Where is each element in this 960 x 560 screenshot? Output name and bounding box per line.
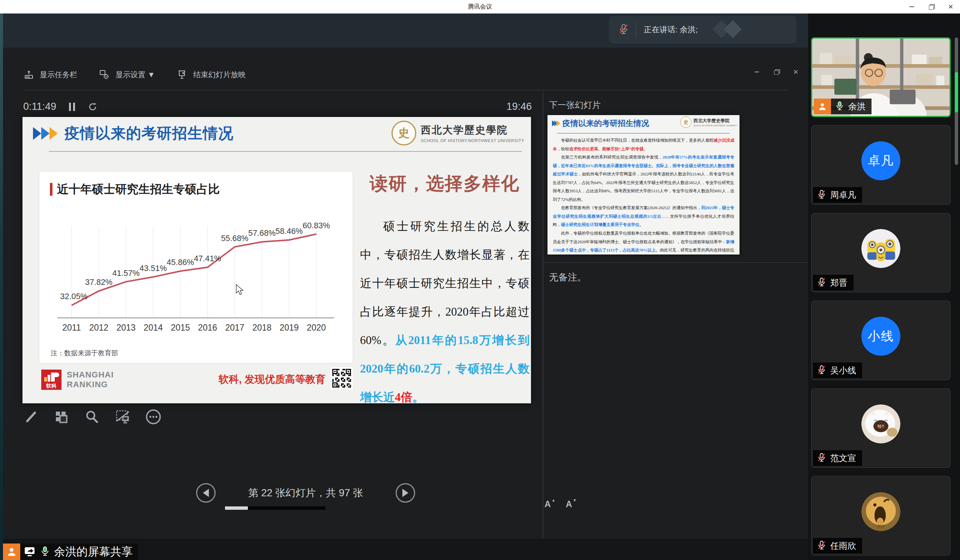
muted-mic-icon (817, 277, 827, 288)
show-taskbar-label: 显示任务栏 (40, 70, 77, 80)
display-settings-label: 显示设置 ▼ (115, 70, 155, 80)
header-rule (49, 151, 522, 152)
chart-card: 近十年硕士研究生招生专硕占比 32.05%37.82%41.57%43.51%4… (39, 172, 352, 363)
black-screen-button[interactable] (114, 408, 131, 426)
speaking-label: 正在讲话: 余洪; (644, 24, 698, 35)
zoom-tool-button[interactable] (83, 408, 101, 426)
preview-body-text: 专硕的社会认可度早已今时不同往日，在就业难度持续增加的情况下，更多的人都想减少沉… (553, 136, 734, 255)
svg-text:41.57%: 41.57% (112, 269, 140, 278)
participant-label: 范文宣 (813, 450, 862, 466)
preview-paragraph: 在教育部发布的《专业学位研究生教育发展方案(2020-2025)》的通知中指出，… (553, 204, 734, 229)
notes-divider (543, 262, 811, 263)
preview-header-rule (557, 133, 730, 134)
taskbar-icon (24, 70, 34, 80)
timer-value: 0:11:49 (23, 101, 56, 112)
svg-text:2012: 2012 (89, 323, 108, 332)
participant-tile[interactable]: 卓凡周卓凡 (811, 125, 950, 205)
slide-navigation: 第 22 张幻灯片，共 97 张 (196, 483, 415, 503)
participant-avatar-initials: 卓凡 (861, 141, 900, 180)
chevron-icon (557, 120, 560, 126)
muted-mic-icon (817, 189, 827, 201)
svg-text:2018: 2018 (252, 323, 272, 332)
preview-university-logo: 史 西北大学歷史學院 SCHOOL OF HISTORY,NORTHWEST U… (680, 116, 737, 128)
minimize-button[interactable] (907, 3, 916, 11)
close-button[interactable]: ✕ (947, 3, 955, 11)
university-name-cn: 西北大学歷史學院 (421, 123, 524, 137)
shanghairanking-logo: 软科 SHANGHAI RANKING (41, 370, 114, 390)
show-taskbar-button[interactable]: 显示任务栏 (24, 70, 77, 80)
chevron-icon (50, 127, 58, 140)
restart-timer-button[interactable] (88, 102, 98, 112)
participant-avatar-photo: 嘿嘿 (861, 492, 900, 531)
previous-slide-button[interactable] (196, 483, 216, 503)
presenter-close-button[interactable]: ✕ (791, 67, 801, 77)
participant-tile[interactable]: 余洪 (811, 37, 950, 117)
next-slide-button[interactable] (396, 483, 415, 503)
scrollbar-thumb[interactable] (955, 72, 958, 112)
ranking-logo-icon: 软科 (41, 370, 61, 390)
restore-button[interactable] (927, 3, 935, 11)
svg-text:43.51%: 43.51% (139, 264, 167, 273)
muted-mic-icon (817, 540, 827, 551)
participant-name: 范文宣 (830, 452, 856, 464)
slide-progressbar (225, 506, 325, 510)
more-options-button[interactable] (145, 408, 162, 426)
desktop-edge (0, 13, 3, 560)
svg-text:47.41%: 47.41% (194, 254, 221, 263)
mouse-cursor (235, 284, 245, 295)
slide-footer: 软科 SHANGHAI RANKING 软科, 发现优质高等教育 (22, 367, 531, 403)
participant-avatar-photo: 哇!! (861, 404, 900, 444)
university-name-cn: 西北大学歷史學院 (693, 118, 737, 124)
participant-label: 周卓凡 (813, 187, 862, 203)
svg-text:2014: 2014 (144, 323, 163, 332)
title-accent-bar (50, 183, 53, 196)
slide-title: 疫情以来的考研招生情况 (64, 123, 234, 144)
participant-tile[interactable]: 哇!! 范文宣 (811, 388, 950, 468)
display-settings-button[interactable]: 显示设置 ▼ (99, 69, 155, 80)
svg-text:2013: 2013 (116, 323, 135, 332)
svg-text:2016: 2016 (198, 323, 217, 332)
slide-counter: 第 22 张幻灯片，共 97 张 (225, 486, 387, 499)
participant-tile[interactable]: 小线吴小线 (811, 301, 950, 380)
font-increase-button[interactable]: A▴ (544, 499, 555, 509)
preview-slide-title: 疫情以来的考研招生情况 (563, 118, 649, 129)
end-slideshow-button[interactable]: 结束幻灯片放映 (177, 69, 246, 80)
svg-text:2011: 2011 (62, 323, 81, 332)
participant-tile[interactable]: 郑晋 (811, 213, 950, 292)
brand-line1: SHANGHAI (67, 370, 114, 380)
pen-tool-button[interactable] (22, 408, 39, 426)
presenter-minimize-button[interactable] (752, 67, 762, 77)
svg-text:哇!!: 哇!! (877, 424, 884, 428)
end-slideshow-icon (177, 69, 187, 80)
preview-paragraph: 此外，专硕的学位授权点数量及学位授权单位也在大幅增加。根据教育部发布的《国务院学… (553, 229, 734, 255)
chevron-icon (41, 127, 50, 140)
participant-label: 郑晋 (813, 275, 853, 290)
participant-avatar-initials: 小线 (861, 317, 900, 356)
sharer-badge-icon (3, 544, 20, 560)
font-decrease-button[interactable]: A▾ (566, 499, 576, 509)
participant-name: 周卓凡 (830, 189, 856, 201)
participant-tile[interactable]: 嘿嘿 任雨欣 (811, 476, 950, 555)
university-name-en: SCHOOL OF HISTORY,NORTHWEST UNIVERSITY (693, 124, 737, 127)
progress-fill (225, 506, 248, 510)
panel-divider (542, 93, 543, 539)
slide-sorter-button[interactable] (53, 408, 70, 426)
pause-timer-button[interactable] (69, 103, 75, 111)
muted-mic-icon (817, 365, 827, 376)
presenter-restore-button[interactable] (771, 67, 781, 77)
window-title: 腾讯会议 (468, 3, 492, 11)
svg-text:55.68%: 55.68% (221, 234, 249, 243)
preview-header: 疫情以来的考研招生情况 (552, 118, 649, 129)
shared-screen-presenter-view: 显示任务栏 显示设置 ▼ 结束幻灯片放映 ✕ 0:11:49 19:46 (3, 48, 808, 539)
svg-text:45.86%: 45.86% (167, 258, 194, 267)
chart-source-note: 注：数据来源于教育部 (51, 349, 118, 357)
line-chart: 32.05%37.82%41.57%43.51%45.86%47.41%55.6… (42, 203, 350, 338)
tencent-meeting-window: 腾讯会议 ✕ 正在讲话: 余洪; 显示任务栏 显示设置 ▼ 结束幻灯片放映 (0, 0, 960, 560)
active-mic-icon (40, 546, 50, 558)
participants-sidebar: 余洪卓凡周卓凡 郑晋小线吴小线 哇!! 范文宣 嘿嘿 任雨欣 (808, 13, 960, 560)
muted-mic-icon (817, 452, 827, 464)
brand-slogan: 软科, 发现优质高等教育 (219, 373, 325, 386)
participant-name: 余洪 (848, 101, 866, 112)
next-slide-preview: 疫情以来的考研招生情况 史 西北大学歷史學院 SCHOOL OF HISTORY… (547, 115, 739, 255)
sidebar-scrollbar[interactable] (955, 37, 958, 165)
